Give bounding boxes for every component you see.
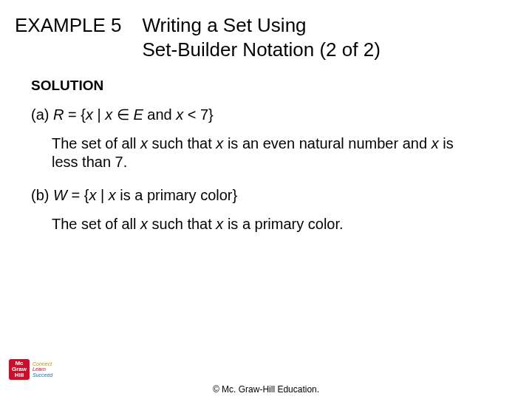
part-a-set-R: R xyxy=(53,106,64,123)
tagline-succeed: Succeed xyxy=(33,372,52,378)
part-b-bar: | xyxy=(96,187,108,203)
publisher-tagline: Connect Learn Succeed xyxy=(33,361,52,378)
var-x: x xyxy=(216,216,223,232)
part-a-and: and xyxy=(143,106,176,123)
title-line-2: Set-Builder Notation (2 of 2) xyxy=(143,38,381,61)
less-than-symbol: < 7} xyxy=(183,106,214,123)
part-a-bar: | xyxy=(93,106,105,123)
text: The set of all xyxy=(52,216,140,232)
part-b-explanation: The set of all x such that x is a primar… xyxy=(52,215,480,233)
text: The set of all xyxy=(52,135,140,151)
part-a-prefix: (a) xyxy=(31,106,53,123)
var-x: x xyxy=(140,216,148,232)
part-b-eq: = { xyxy=(67,187,89,203)
tagline-learn: Learn xyxy=(33,366,52,372)
part-b-set-W: W xyxy=(53,187,67,203)
part-b-x1: x xyxy=(89,187,96,203)
text: is a primary color. xyxy=(223,216,343,232)
part-b-definition: (b) W = {x | x is a primary color} xyxy=(31,186,480,205)
part-a-explanation: The set of all x such that x is an even … xyxy=(52,134,480,171)
text: such that xyxy=(148,216,216,232)
part-a-eq: = { xyxy=(64,106,85,123)
part-b-post: is a primary color} xyxy=(116,187,238,203)
text: is an even natural number and xyxy=(223,135,431,151)
var-x: x xyxy=(432,135,439,151)
slide-header: EXAMPLE 5 Writing a Set Using Set-Builde… xyxy=(15,13,502,61)
part-a-definition: (a) R = {x | x ∈ E and x < 7} xyxy=(31,106,480,124)
text: such that xyxy=(148,135,216,151)
part-a-set-E: E xyxy=(133,106,143,123)
slide: EXAMPLE 5 Writing a Set Using Set-Builde… xyxy=(0,0,532,399)
part-a-x3: x xyxy=(176,106,183,123)
tagline-connect: Connect xyxy=(33,361,52,366)
mcgraw-hill-logo-icon: Mc Graw Hill xyxy=(9,359,30,380)
body-content: (a) R = {x | x ∈ E and x < 7} The set of… xyxy=(31,106,480,233)
part-a-x1: x xyxy=(86,106,93,123)
solution-label: SOLUTION xyxy=(31,78,502,94)
title-line-1: Writing a Set Using xyxy=(143,14,307,36)
publisher-logo: Mc Graw Hill Connect Learn Succeed xyxy=(9,359,52,380)
part-b-x2: x xyxy=(109,187,116,203)
var-x: x xyxy=(140,135,148,151)
slide-title: Writing a Set Using Set-Builder Notation… xyxy=(143,13,381,61)
part-b-prefix: (b) xyxy=(31,187,53,203)
element-of-symbol: ∈ xyxy=(112,106,133,123)
var-x: x xyxy=(216,135,223,151)
copyright-text: © Mc. Graw-Hill Education. xyxy=(0,384,532,395)
part-a-x2: x xyxy=(105,106,112,123)
example-label: EXAMPLE 5 xyxy=(15,13,122,38)
logo-text-bot: Hill xyxy=(15,372,24,378)
